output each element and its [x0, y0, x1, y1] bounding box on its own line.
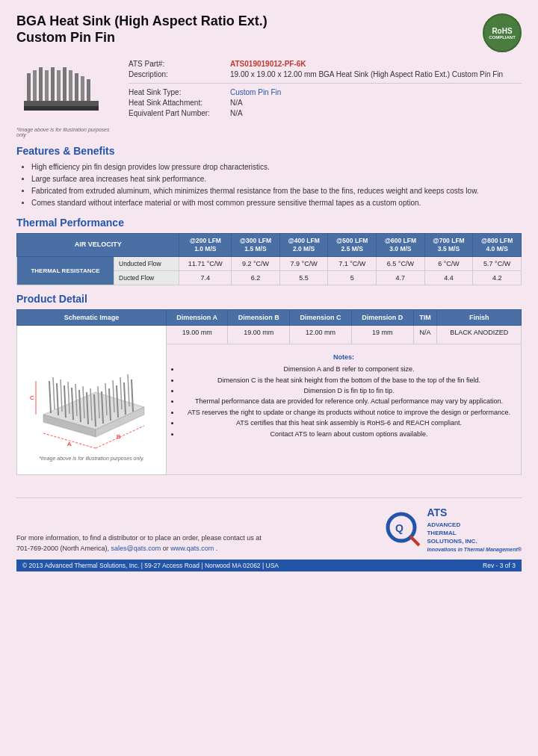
svg-rect-4 [45, 70, 49, 101]
schematic-image-cell: C A B *Image above is for illustration p… [17, 326, 167, 475]
notes-heading: Notes: [333, 353, 354, 361]
contact-phone: 701-769-2000 (North America), [16, 545, 111, 552]
ducted-200: 7.4 [179, 271, 232, 285]
footer-content: For more information, to find a distribu… [16, 498, 522, 554]
equiv-value: N/A [230, 109, 243, 117]
copyright-bar: © 2013 Advanced Thermal Solutions, Inc. … [16, 560, 522, 571]
col-dim-d: Dimension D [351, 310, 413, 326]
svg-line-38 [128, 374, 129, 406]
tim-value: N/A [413, 326, 437, 344]
page-number: Rev - 3 of 3 [483, 562, 516, 569]
thermal-heading: Thermal Performance [16, 217, 522, 229]
ats-q-logo: Q [385, 511, 422, 548]
divider [129, 83, 522, 84]
col-500: @500 LFM2.5 M/S [328, 234, 377, 257]
type-label: Heat Sink Type: [129, 88, 226, 96]
contact-website: www.qats.com [170, 545, 214, 552]
svg-rect-5 [51, 67, 55, 101]
brand-line3: SOLUTIONS, INC. [427, 538, 477, 545]
col-800: @800 LFM4.0 M/S [473, 234, 522, 257]
feature-item-1: High efficiency pin fin design provides … [31, 161, 522, 173]
product-info-section: *Image above is for illustration purpose… [16, 60, 522, 137]
part-label: ATS Part#: [129, 60, 226, 68]
desc-label: Description: [129, 70, 226, 78]
svg-line-46 [410, 536, 419, 545]
schematic-svg: C A B [20, 329, 163, 456]
col-700: @700 LFM3.5 M/S [424, 234, 473, 257]
finish-value: BLACK ANODIZED [437, 326, 522, 344]
product-detail-heading: Product Detail [16, 293, 522, 305]
attach-label: Heat Sink Attachment: [129, 99, 226, 107]
brand-line2: THERMAL [427, 530, 456, 536]
page-header: BGA Heat Sink (High Aspect Ratio Ext.) C… [16, 13, 522, 52]
brand-tagline: Innovations in Thermal Management® [427, 547, 522, 552]
feature-item-3: Fabricated from extruded aluminum, which… [31, 185, 522, 197]
notes-list: Dimension A and B refer to component siz… [170, 364, 518, 439]
unducted-700: 6 °C/W [424, 257, 473, 271]
note-1: Dimension A and B refer to component siz… [180, 364, 518, 374]
ducted-400: 5.5 [279, 271, 328, 285]
contact-line1: For more information, to find a distribu… [16, 534, 262, 542]
dim-values-row: C A B *Image above is for illustration p… [17, 326, 522, 344]
note-5: ATS reserves the right to update or chan… [180, 407, 518, 418]
svg-line-29 [61, 379, 62, 412]
note-6: ATS certifies that this heat sink assemb… [180, 418, 518, 428]
svg-text:C: C [30, 394, 34, 401]
part-number-row: ATS Part#: ATS019019012-PF-6K [129, 60, 522, 68]
svg-text:A: A [67, 441, 72, 447]
schematic-diagram: C A B [28, 332, 155, 452]
unducted-600: 6.5 °C/W [377, 257, 425, 271]
equiv-label: Equivalent Part Number: [129, 109, 226, 117]
product-image [16, 60, 106, 123]
svg-rect-10 [81, 76, 84, 101]
description-row: Description: 19.00 x 19.00 x 12.00 mm BG… [129, 70, 522, 78]
contact-period: . [216, 545, 218, 552]
type-value: Custom Pin Fin [230, 88, 281, 96]
ducted-label: Ducted Flow [114, 271, 179, 285]
col-200: @200 LFM1.0 M/S [179, 234, 232, 257]
unducted-400: 7.9 °C/W [279, 257, 328, 271]
brand-line1: ADVANCED [427, 521, 460, 528]
col-dim-a: Dimension A [167, 310, 228, 326]
thermal-resistance-label: THERMAL RESISTANCE [17, 257, 114, 285]
attachment-row: Heat Sink Attachment: N/A [129, 99, 522, 107]
unducted-label: Unducted Flow [114, 257, 179, 271]
dim-a-value: 19.00 mm [167, 326, 228, 344]
desc-value: 19.00 x 19.00 x 12.00 mm BGA Heat Sink (… [230, 70, 503, 78]
feature-item-4: Comes standard without interface materia… [31, 197, 522, 209]
col-dim-b: Dimension B [228, 310, 290, 326]
copyright-text: © 2013 Advanced Thermal Solutions, Inc. … [22, 562, 279, 569]
unducted-500: 7.1 °C/W [328, 257, 377, 271]
air-velocity-label: AIR VELOCITY [17, 234, 179, 257]
notes-section: Notes: Dimension A and B refer to compon… [170, 353, 518, 439]
image-caption: *Image above is for illustration purpose… [16, 127, 114, 137]
ducted-600: 4.7 [377, 271, 425, 285]
ducted-700: 4.4 [424, 271, 473, 285]
product-image-area: *Image above is for illustration purpose… [16, 60, 114, 137]
note-7: Contact ATS to learn about custom option… [180, 429, 518, 439]
rohs-compliant: COMPLIANT [489, 35, 516, 40]
footer-text: For more information, to find a distribu… [16, 533, 262, 554]
product-details: ATS Part#: ATS019019012-PF-6K Descriptio… [129, 60, 522, 137]
dim-b-value: 19.00 mm [228, 326, 290, 344]
rohs-badge: RoHS COMPLIANT [483, 13, 522, 52]
svg-text:B: B [117, 433, 120, 440]
ats-letters: ATS [427, 506, 447, 518]
part-value: ATS019019012-PF-6K [230, 60, 306, 68]
dim-c-value: 12.00 mm [290, 326, 352, 344]
svg-rect-1 [27, 73, 31, 101]
type-row: Heat Sink Type: Custom Pin Fin [129, 88, 522, 96]
features-list: High efficiency pin fin design provides … [16, 161, 522, 209]
col-tim: TIM [413, 310, 437, 326]
contact-or: or [163, 545, 171, 552]
svg-rect-2 [33, 70, 37, 101]
notes-cell: Notes: Dimension A and B refer to compon… [167, 344, 522, 475]
svg-rect-3 [39, 67, 43, 101]
feature-item-2: Large surface area increases heat sink p… [31, 173, 522, 185]
note-3: Dimension D is fin tip to fin tip. [180, 385, 518, 396]
rohs-text: RoHS [492, 27, 512, 35]
title-line2: Custom Pin Fin [16, 30, 115, 45]
svg-rect-9 [75, 73, 78, 101]
col-schematic: Schematic Image [17, 310, 167, 326]
ducted-800: 4.2 [473, 271, 522, 285]
